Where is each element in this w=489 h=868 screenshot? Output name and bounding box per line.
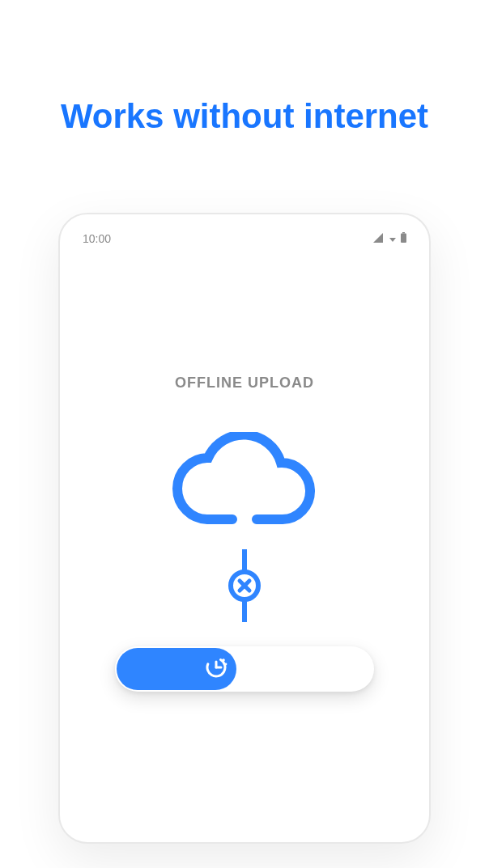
section-label: OFFLINE UPLOAD bbox=[175, 375, 314, 392]
phone-mockup: 10:00 OFFLINE UPLOAD bbox=[58, 213, 431, 844]
signal-icon bbox=[373, 232, 385, 245]
toggle-active-pill bbox=[117, 648, 236, 690]
status-time: 10:00 bbox=[83, 232, 111, 245]
timer-icon bbox=[204, 655, 228, 683]
mode-toggle[interactable] bbox=[115, 646, 374, 692]
cloud-icon bbox=[168, 432, 321, 533]
screen-content: OFFLINE UPLOAD bbox=[60, 253, 429, 692]
page-title: Works without internet bbox=[0, 97, 489, 136]
status-bar: 10:00 bbox=[60, 214, 429, 253]
upload-connector bbox=[228, 549, 261, 622]
status-icons bbox=[373, 232, 406, 245]
svg-point-10 bbox=[222, 658, 225, 662]
svg-rect-0 bbox=[402, 232, 405, 234]
dropdown-icon bbox=[389, 232, 396, 245]
battery-icon bbox=[401, 232, 406, 245]
svg-rect-1 bbox=[401, 234, 406, 243]
offline-illustration bbox=[115, 432, 374, 692]
svg-point-11 bbox=[225, 663, 227, 666]
